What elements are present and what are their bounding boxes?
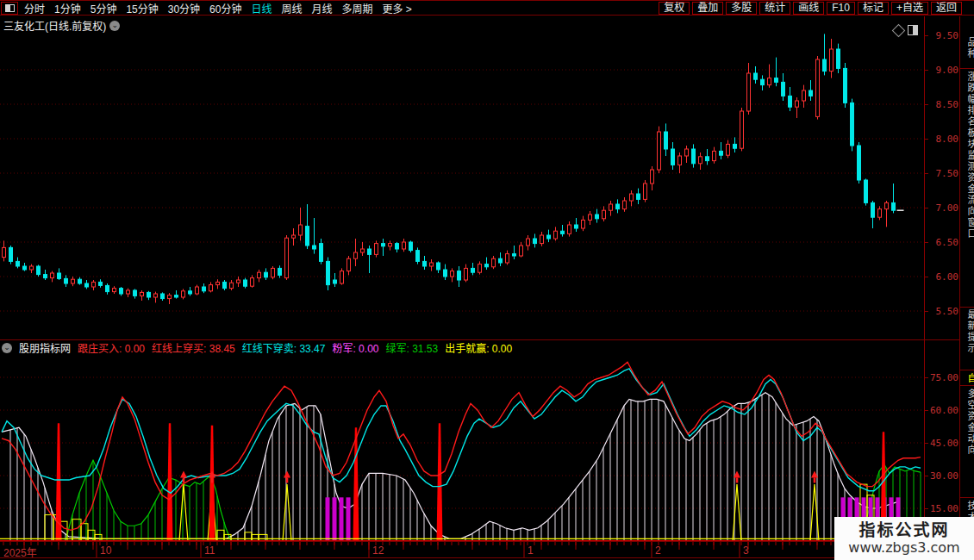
indicator-chevron-down-icon[interactable]: ⌄ <box>2 343 12 353</box>
indicator-header: ⌄ 股朋指标网 跟庄买入: 0.00红线上穿买: 38.45红线下穿卖: 33.… <box>2 341 512 354</box>
sidebar-item-0[interactable]: 品种 <box>965 37 974 59</box>
sidebar-item-1[interactable]: 涨跌幅排名板块监测资金流向窗口 <box>965 72 974 240</box>
indicator-chart[interactable] <box>0 355 924 541</box>
period-tab-30分钟[interactable]: 30分钟 <box>168 1 200 16</box>
toolbar-button-叠加[interactable]: 叠加 <box>692 2 723 15</box>
indicator-source-label: 股朋指标网 <box>19 340 71 355</box>
sidebar-item-4[interactable]: 多空资金动向 <box>965 389 974 456</box>
toolbar-button-返回[interactable]: 返回 <box>931 2 962 15</box>
indicator-field-跟庄买入: 跟庄买入: 0.00 <box>78 340 145 355</box>
indicator-field-红线上穿买: 红线上穿买: 38.45 <box>152 340 235 355</box>
stock-app-window: 分时1分钟5分钟15分钟30分钟60分钟日线周线月线多周期更多 > 复权叠加多股… <box>0 0 974 560</box>
watermark-badge: 指标公式网 www.zbgs3.com <box>834 517 974 560</box>
axis-tick <box>924 377 928 378</box>
toolbar-button-画线[interactable]: 画线 <box>793 2 824 15</box>
period-tab-周线[interactable]: 周线 <box>281 1 302 16</box>
top-toolbar: 分时1分钟5分钟15分钟30分钟60分钟日线周线月线多周期更多 > 复权叠加多股… <box>0 0 974 16</box>
toolbar-buttons: 复权叠加多股统计画线F10标记+自选返回 <box>659 2 962 15</box>
axis-tick <box>924 208 928 208</box>
toolbar-button-标记[interactable]: 标记 <box>858 2 889 15</box>
indicator-field-红线下穿卖: 红线下穿卖: 33.47 <box>242 340 326 355</box>
axis-tick <box>924 443 928 444</box>
price-label-9.50: 9.50 <box>927 30 958 41</box>
indicator-label-30.00: 30.00 <box>927 470 958 482</box>
sidebar-item-3[interactable]: 自 <box>965 373 974 384</box>
axis-tick <box>924 35 928 36</box>
price-label-5.50: 5.50 <box>927 306 958 317</box>
axis-tick <box>924 508 928 509</box>
price-label-6.00: 6.00 <box>927 271 958 283</box>
panel-split-line <box>0 339 959 340</box>
indicator-label-75.00: 75.00 <box>927 372 958 383</box>
month-label-11: 11 <box>204 544 215 557</box>
sidebar-divider <box>960 68 974 69</box>
price-label-9.00: 9.00 <box>927 65 958 76</box>
indicator-label-15.00: 15.00 <box>927 503 958 514</box>
sidebar-item-2[interactable]: 最新提示 <box>965 309 974 354</box>
axis-tick <box>924 311 928 312</box>
month-label-2: 2 <box>655 544 661 557</box>
period-tab-月线[interactable]: 月线 <box>312 1 333 16</box>
right-sidebar[interactable]: 品种涨跌幅排名板块监测资金流向窗口最新提示自多空资金动向技术指标 <box>959 16 974 558</box>
price-label-6.50: 6.50 <box>927 237 958 248</box>
price-label-7.50: 7.50 <box>927 168 958 179</box>
month-label-3: 3 <box>743 544 749 557</box>
toolbar-button-多股[interactable]: 多股 <box>726 2 757 15</box>
axis-tick <box>924 476 928 476</box>
period-tab-15分钟[interactable]: 15分钟 <box>126 1 158 16</box>
indicator-label-60.00: 60.00 <box>927 405 958 416</box>
axis-tick <box>924 277 928 277</box>
indicator-field-粉军: 粉军: 0.00 <box>332 340 378 355</box>
price-axis-line <box>924 16 925 558</box>
main-candlestick-chart[interactable] <box>0 16 924 339</box>
toolbar-button-复权[interactable]: 复权 <box>659 2 690 15</box>
price-label-8.00: 8.00 <box>927 134 958 145</box>
month-label-1: 1 <box>528 544 534 557</box>
window-panel-toggle-button[interactable] <box>1 2 18 15</box>
price-label-8.50: 8.50 <box>927 99 958 110</box>
month-label-12: 12 <box>372 544 384 557</box>
sidebar-divider <box>960 497 974 498</box>
period-menu: 分时1分钟5分钟15分钟30分钟60分钟日线周线月线多周期更多 > <box>24 1 412 16</box>
period-tab-1分钟[interactable]: 1分钟 <box>54 1 81 16</box>
sidebar-divider <box>960 385 974 386</box>
month-label-10: 10 <box>100 544 111 557</box>
sidebar-divider <box>960 370 974 370</box>
toolbar-button-F10[interactable]: F10 <box>827 2 855 15</box>
period-tab-日线[interactable]: 日线 <box>251 1 272 16</box>
indicator-field-出手就赢: 出手就赢: 0.00 <box>445 340 512 355</box>
axis-tick <box>924 242 928 243</box>
axis-tick <box>924 173 928 174</box>
split-panel-icon[interactable] <box>908 25 918 35</box>
period-tab-5分钟[interactable]: 5分钟 <box>91 1 117 16</box>
period-tab-多周期[interactable]: 多周期 <box>342 1 373 16</box>
indicator-label-45.00: 45.00 <box>927 438 958 449</box>
period-tab-更多 >[interactable]: 更多 > <box>383 1 412 16</box>
sidebar-divider <box>960 307 974 308</box>
axis-tick <box>924 70 928 71</box>
axis-tick <box>924 104 928 105</box>
axis-tick <box>924 410 928 411</box>
price-label-7.00: 7.00 <box>927 202 958 214</box>
watermark-title: 指标公式网 <box>858 521 949 539</box>
watermark-url: www.zbgs3.com <box>848 539 959 556</box>
toolbar-button-+自选[interactable]: +自选 <box>891 2 928 15</box>
period-tab-60分钟[interactable]: 60分钟 <box>209 1 241 16</box>
month-label-2025年: 2025年 <box>3 544 37 559</box>
indicator-field-绿军: 绿军: 31.53 <box>385 340 438 355</box>
toolbar-button-统计[interactable]: 统计 <box>759 2 790 15</box>
date-axis-ticks <box>0 542 924 557</box>
axis-tick <box>924 139 928 140</box>
date-axis[interactable]: 2025年101112123 <box>0 541 924 558</box>
panel-layout-icon <box>5 4 15 12</box>
period-tab-分时[interactable]: 分时 <box>24 1 45 16</box>
